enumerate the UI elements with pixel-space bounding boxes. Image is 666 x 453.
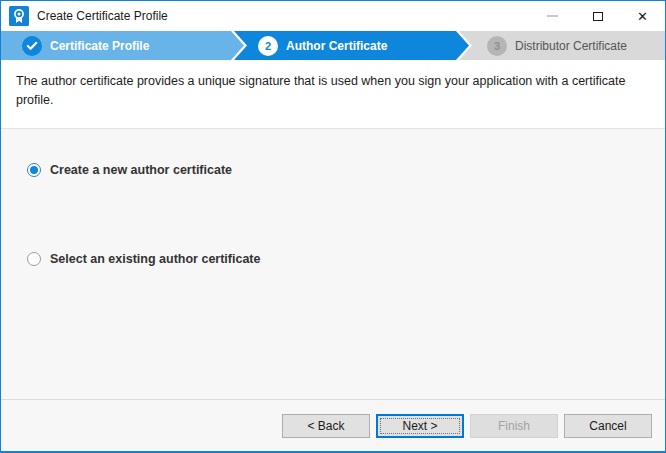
maximize-button[interactable] — [575, 1, 620, 31]
step-certificate-profile: Certificate Profile — [1, 31, 244, 60]
close-button[interactable]: ✕ — [620, 1, 665, 31]
option-create-new-author-certificate[interactable]: Create a new author certificate — [27, 163, 665, 177]
minimize-icon — [547, 15, 558, 17]
options-area: Create a new author certificate Select a… — [1, 129, 665, 400]
step-description: The author certificate provides a unique… — [1, 60, 665, 129]
option-select-existing-author-certificate[interactable]: Select an existing author certificate — [27, 252, 665, 266]
radio-unselected-icon[interactable] — [27, 252, 41, 266]
finish-button: Finish — [470, 414, 558, 438]
button-bar: < Back Next > Finish Cancel — [1, 399, 665, 451]
radio-label: Create a new author certificate — [50, 163, 232, 177]
step-label: Distributor Certificate — [515, 39, 627, 53]
next-button[interactable]: Next > — [376, 414, 464, 438]
step-author-certificate: 2 Author Certificate — [234, 31, 469, 60]
step-label: Author Certificate — [286, 39, 387, 53]
minimize-button[interactable] — [530, 1, 575, 31]
title-bar: Create Certificate Profile ✕ — [1, 1, 665, 31]
cancel-button[interactable]: Cancel — [564, 414, 652, 438]
wizard-step-bar: Certificate Profile 2 Author Certificate… — [1, 31, 665, 60]
radio-selected-icon[interactable] — [27, 163, 41, 177]
window-title: Create Certificate Profile — [37, 9, 168, 23]
create-certificate-profile-dialog: Create Certificate Profile ✕ Certificate… — [0, 0, 666, 453]
step-label: Certificate Profile — [50, 39, 149, 53]
certificate-badge-icon — [9, 6, 29, 26]
step-distributor-certificate: 3 Distributor Certificate — [459, 31, 665, 60]
maximize-icon — [593, 12, 603, 21]
close-icon: ✕ — [637, 10, 648, 23]
step-number-badge: 3 — [487, 36, 507, 56]
radio-label: Select an existing author certificate — [50, 252, 261, 266]
window-controls: ✕ — [530, 1, 665, 31]
back-button[interactable]: < Back — [282, 414, 370, 438]
step-number-badge: 2 — [258, 36, 278, 56]
step-completed-check-icon — [22, 36, 42, 56]
